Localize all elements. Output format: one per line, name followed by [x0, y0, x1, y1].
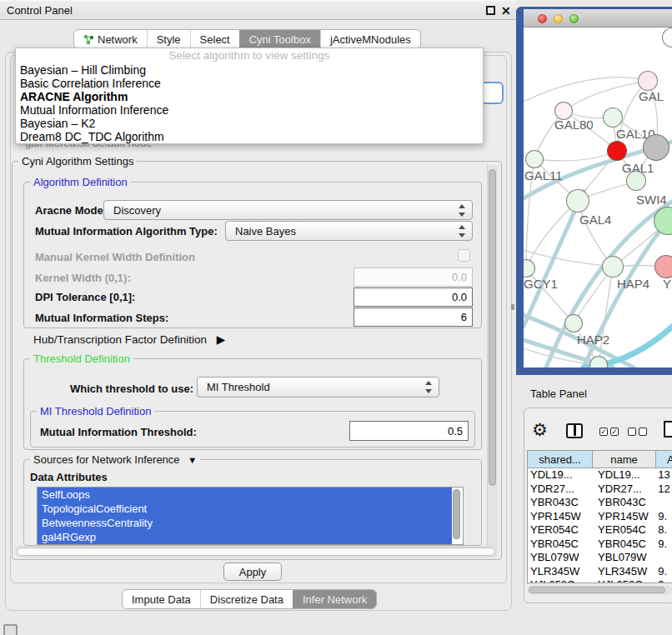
tab-select[interactable]: Select — [190, 30, 239, 48]
algorithm-option-aracne-algorithm[interactable]: ARACNE Algorithm — [16, 90, 483, 103]
algorithm-option-bayesian-hill-climbing[interactable]: Bayesian – Hill Climbing — [16, 63, 483, 77]
which-threshold-select[interactable]: MI Threshold — [197, 377, 439, 398]
network-node-gal4[interactable] — [566, 189, 589, 212]
manual-kernel-checkbox[interactable] — [458, 249, 470, 262]
data-attributes-list[interactable]: SelfLoopsTopologicalCoefficientBetweenne… — [37, 487, 464, 545]
zoom-traffic-light-icon[interactable] — [569, 14, 579, 23]
algorithm-dropdown[interactable]: Select algorithm to view settings Bayesi… — [15, 48, 484, 144]
deselect-all-checkbox-icon[interactable] — [639, 428, 647, 436]
table-cell: YBR043C — [528, 496, 593, 510]
hub-expander[interactable]: Hub/Transcription Factor Definition ▶ — [33, 332, 225, 346]
select-all-checkbox-icon[interactable]: ✓ — [610, 428, 619, 436]
attribute-item-selfloops[interactable]: SelfLoops — [38, 488, 452, 502]
mi-threshold-field[interactable]: 0.5 — [349, 421, 469, 441]
attribute-list-scrollbar[interactable] — [453, 489, 460, 539]
table-cell: YDR27... — [593, 482, 656, 497]
table-options-gear-icon[interactable]: ⚙ — [532, 420, 548, 440]
table-cell: 9. — [656, 510, 672, 524]
table-cell: YBR043C — [593, 496, 656, 510]
column-header-shared[interactable]: shared... — [528, 451, 593, 468]
network-node-gal[interactable] — [638, 71, 658, 91]
table-row[interactable]: YLR345WYLR345W9. — [528, 565, 672, 579]
network-node[interactable] — [643, 134, 669, 161]
node-label-gal80: GAL80 — [554, 118, 594, 132]
tab-network[interactable]: Network — [74, 30, 147, 48]
table-cell: YJL052C — [593, 578, 656, 583]
panel-title: Control Panel — [7, 1, 73, 20]
minimize-traffic-light-icon[interactable] — [554, 14, 563, 23]
tab-label: Discretize Data — [210, 593, 283, 606]
manual-kernel-label: Manual Kernel Width Definition — [35, 251, 195, 263]
export-table-page-icon[interactable] — [664, 421, 672, 438]
algorithm-option-bayesian-k2[interactable]: Bayesian – K2 — [16, 117, 483, 130]
node-label-hap2: HAP2 — [577, 332, 609, 347]
mi-steps-label: Mutual Information Steps: — [35, 312, 168, 324]
network-node-y[interactable] — [654, 255, 672, 278]
table-row[interactable]: YJL052CYJL052C9 — [528, 578, 672, 583]
network-node-hap2[interactable] — [564, 314, 583, 332]
table-row[interactable]: YDL19...YDL19...13 — [528, 468, 672, 482]
table-row[interactable]: YBR045CYBR045C9. — [528, 538, 672, 552]
float-panel-icon[interactable] — [486, 6, 495, 15]
tab-label: Select — [200, 33, 230, 46]
table-horizontal-scrollbar-thumb[interactable] — [529, 587, 665, 593]
table-header-row: shared...nameA — [528, 451, 672, 468]
column-visibility-icon[interactable] — [566, 423, 583, 438]
table-cell: YBL079W — [528, 551, 593, 565]
node-label-gal4: GAL4 — [579, 212, 611, 227]
network-node-gal10[interactable] — [603, 108, 623, 128]
algorithm-option-mutual-information-inference[interactable]: Mutual Information Inference — [16, 103, 483, 117]
tab-discretize-data[interactable]: Discretize Data — [200, 590, 293, 608]
attribute-item-topologicalcoefficient[interactable]: TopologicalCoefficient — [38, 502, 452, 516]
spinner-arrows-icon — [425, 380, 433, 394]
algorithm-option-dream8-dc-tdc-algorithm[interactable]: Dream8 DC_TDC Algorithm — [16, 130, 483, 143]
network-node-hap4[interactable] — [602, 256, 624, 278]
select-all-checkbox-icon[interactable]: ✓ — [599, 428, 608, 436]
deselect-all-checkbox-icon[interactable] — [628, 428, 636, 436]
dpi-tolerance-label: DPI Tolerance [0,1]: — [35, 291, 135, 303]
table-row[interactable]: YER054CYER054C8. — [528, 523, 672, 538]
attribute-item-betweennesscentrality[interactable]: BetweennessCentrality — [38, 516, 452, 530]
table-row[interactable]: YBL079WYBL079W — [528, 551, 672, 565]
table-cell: YLR345W — [528, 565, 593, 579]
which-threshold-label: Which threshold to use: — [70, 382, 193, 395]
data-attributes-label: Data Attributes — [30, 471, 108, 483]
network-node-gal1[interactable] — [607, 141, 627, 161]
tab-infer-network[interactable]: Infer Network — [293, 590, 376, 608]
table-row[interactable]: YBR043CYBR043C — [528, 496, 672, 510]
network-canvas[interactable]: GALGAL80GAL10GAL1GAL11GAL4SWI4GCY1HAP4YH… — [524, 28, 672, 368]
split-pane-handle[interactable] — [511, 304, 514, 310]
aracne-mode-select[interactable]: Discovery — [103, 200, 473, 220]
tab-cyni-toolbox[interactable]: Cyni Toolbox — [239, 30, 320, 48]
node-attribute-table[interactable]: shared...nameA YDL19...YDL19...13YDR27..… — [527, 450, 672, 583]
table-cell: YBR045C — [528, 538, 593, 552]
close-icon[interactable]: ✕ — [501, 2, 511, 19]
table-cell: 12 — [656, 482, 672, 497]
aracne-mode-value: Discovery — [113, 204, 161, 217]
settings-horizontal-scrollbar-thumb[interactable] — [17, 548, 495, 556]
tab-impute-data[interactable]: Impute Data — [123, 590, 200, 608]
column-header-name[interactable]: name — [593, 451, 656, 468]
network-node[interactable] — [626, 171, 646, 191]
which-threshold-value: MI Threshold — [207, 381, 270, 393]
attribute-item-gal4rgexp[interactable]: gal4RGexp — [38, 530, 452, 544]
mi-steps-field[interactable]: 6 — [354, 308, 473, 327]
table-cell: YER054C — [528, 523, 593, 538]
table-cell: YDL19... — [593, 468, 656, 482]
network-node-gal11[interactable] — [525, 150, 544, 168]
tab-label: Impute Data — [132, 593, 191, 606]
close-traffic-light-icon[interactable] — [538, 14, 547, 23]
column-header-a[interactable]: A — [656, 451, 672, 468]
settings-vertical-scrollbar-thumb[interactable] — [489, 169, 496, 486]
mi-threshold-label: Mutual Information Threshold: — [40, 426, 197, 438]
apply-button[interactable]: Apply — [223, 562, 282, 581]
tab-style[interactable]: Style — [147, 30, 190, 48]
table-row[interactable]: YDR27...YDR27...12 — [528, 482, 672, 497]
hidden-panel-icon[interactable] — [3, 624, 18, 635]
table-cell: 13 — [656, 468, 672, 482]
sources-title[interactable]: Sources for Network Inference ▼ — [30, 453, 200, 466]
mi-type-select[interactable]: Naive Bayes — [225, 221, 473, 241]
tab-jactivemnodules[interactable]: jActiveMNodules — [320, 30, 420, 48]
dpi-tolerance-field[interactable]: 0.0 — [354, 288, 473, 307]
table-row[interactable]: YPR145WYPR145W9. — [528, 510, 672, 524]
